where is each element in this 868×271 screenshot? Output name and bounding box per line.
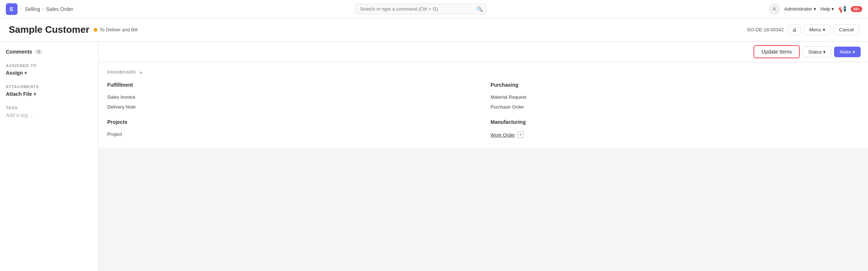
comments-label: Comments [6, 49, 32, 55]
page-title-area: Sample Customer To Deliver and Bill [9, 24, 137, 35]
list-item: Material Request [491, 92, 859, 102]
user-avatar: A [769, 4, 780, 15]
breadcrumb-sep-1: › [20, 7, 22, 12]
user-dropdown-icon: ▾ [814, 6, 816, 12]
comments-count-badge: 0 [35, 49, 42, 54]
nav-right-area: A Administrator ▾ Help ▾ 📢 99+ [769, 4, 862, 15]
make-dropdown-button[interactable]: Make ▾ [834, 47, 861, 57]
manufacturing-title: Manufacturing [491, 119, 859, 125]
sidebar-tags-section: TAGS Add a tag ... [6, 106, 92, 118]
dashboard-right-col: Purchasing Material Request Purchase Ord… [491, 82, 859, 140]
dashboard-grid: Fulfillment Sales Invoice Delivery Note … [107, 82, 859, 140]
list-item: Delivery Note [107, 102, 476, 112]
search-bar[interactable]: 🔍 [355, 4, 487, 14]
breadcrumb-sales-order[interactable]: Sales Order [46, 6, 73, 12]
page-title: Sample Customer [9, 24, 89, 35]
status-badge: To Deliver and Bill [94, 27, 137, 32]
add-tag-link[interactable]: Add a tag ... [6, 112, 92, 118]
tags-label: TAGS [6, 106, 92, 110]
search-icon: 🔍 [477, 6, 483, 12]
status-dropdown-button[interactable]: Status ▾ [803, 47, 831, 57]
cancel-button[interactable]: Cancel [834, 24, 859, 35]
app-icon[interactable]: E [6, 3, 18, 15]
fulfillment-title: Fulfillment [107, 82, 476, 88]
update-items-button[interactable]: Update Items [753, 45, 800, 58]
menu-dropdown-icon: ▾ [823, 27, 825, 32]
collapse-icon[interactable]: ▲ [139, 70, 144, 75]
make-dropdown-icon: ▾ [853, 49, 855, 55]
help-menu[interactable]: Help ▾ [821, 6, 834, 12]
work-order-link[interactable]: Work Order [491, 132, 515, 138]
add-work-order-button[interactable]: + [517, 131, 524, 138]
breadcrumb-sep-2: › [42, 7, 44, 12]
purchasing-title: Purchasing [491, 82, 859, 88]
sidebar-assigned-section: ASSIGNED TO Assign + [6, 63, 92, 76]
notification-bell-icon[interactable]: 📢 [838, 5, 846, 13]
sidebar-comments-section: Comments 0 [6, 49, 92, 55]
dashboard-left-col: Fulfillment Sales Invoice Delivery Note … [107, 82, 476, 140]
main-layout: Comments 0 ASSIGNED TO Assign + ATTACHME… [0, 42, 868, 271]
page-header: Sample Customer To Deliver and Bill SO-D… [0, 18, 868, 42]
menu-button[interactable]: Menu ▾ [804, 24, 831, 35]
sidebar-attachments-section: ATTACHMENTS Attach File + [6, 85, 92, 97]
projects-title: Projects [107, 119, 476, 125]
status-dropdown-icon: ▾ [823, 49, 826, 55]
print-button[interactable]: 🖨 [788, 24, 801, 35]
assign-link[interactable]: Assign + [6, 70, 92, 76]
content-toolbar: Update Items Status ▾ Make ▾ [98, 42, 868, 62]
content-area: Update Items Status ▾ Make ▾ DASHBOARD ▲… [98, 42, 868, 271]
list-item: Project [107, 129, 476, 139]
list-item: Purchase Order [491, 102, 859, 112]
order-id: SO-DE-18-00342 [747, 27, 784, 32]
dashboard-header: DASHBOARD ▲ [107, 70, 859, 75]
breadcrumb-selling[interactable]: Selling [25, 6, 40, 12]
notification-badge[interactable]: 99+ [851, 6, 862, 12]
list-item: Sales Invoice [107, 92, 476, 102]
top-navigation: E › Selling › Sales Order 🔍 A Administra… [0, 0, 868, 18]
status-dot-icon [94, 28, 97, 32]
status-text: To Deliver and Bill [100, 27, 137, 32]
assigned-to-label: ASSIGNED TO [6, 63, 92, 68]
list-item: Work Order + [491, 129, 859, 140]
comments-row: Comments 0 [6, 49, 92, 55]
search-input[interactable] [355, 4, 487, 14]
dashboard-label: DASHBOARD [107, 70, 136, 74]
dashboard-panel: DASHBOARD ▲ Fulfillment Sales Invoice De… [98, 62, 868, 148]
user-menu[interactable]: Administrator ▾ [784, 6, 816, 12]
attach-file-link[interactable]: Attach File + [6, 91, 92, 97]
sidebar: Comments 0 ASSIGNED TO Assign + ATTACHME… [0, 42, 98, 271]
help-dropdown-icon: ▾ [832, 6, 834, 12]
breadcrumb: Selling › Sales Order [25, 6, 73, 12]
page-actions: SO-DE-18-00342 🖨 Menu ▾ Cancel [747, 24, 859, 35]
attachments-label: ATTACHMENTS [6, 85, 92, 89]
